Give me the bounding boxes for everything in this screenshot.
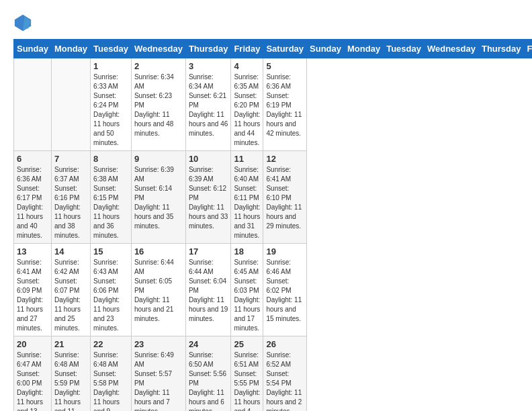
page-header [13,13,519,32]
day-number: 11 [234,154,260,164]
column-header-saturday: Saturday [263,40,307,58]
day-number: 2 [134,61,183,71]
column-header-sunday: Sunday [307,40,345,58]
calendar-cell: 17Sunrise: 6:44 AMSunset: 6:04 PMDayligh… [185,244,231,336]
calendar-cell: 19Sunrise: 6:46 AMSunset: 6:02 PMDayligh… [263,244,307,336]
day-number: 26 [266,339,304,349]
day-number: 18 [234,246,260,257]
day-number: 8 [93,154,128,164]
day-number: 3 [189,61,228,71]
calendar-header-row: SundayMondayTuesdayWednesdayThursdayFrid… [14,40,533,58]
column-header-sunday: Sunday [14,40,52,58]
day-info: Sunrise: 6:41 AMSunset: 6:10 PMDaylight:… [266,165,304,231]
day-number: 20 [17,339,48,349]
calendar-cell: 9Sunrise: 6:39 AMSunset: 6:14 PMDaylight… [131,151,185,244]
day-info: Sunrise: 6:50 AMSunset: 5:56 PMDaylight:… [189,351,228,411]
day-info: Sunrise: 6:34 AMSunset: 6:21 PMDaylight:… [189,73,228,138]
column-header-wednesday: Wednesday [424,40,478,58]
calendar-cell: 1Sunrise: 6:33 AMSunset: 6:24 PMDaylight… [91,58,132,151]
column-header-monday: Monday [51,40,90,58]
day-info: Sunrise: 6:36 AMSunset: 6:17 PMDaylight:… [17,165,48,240]
day-info: Sunrise: 6:48 AMSunset: 5:58 PMDaylight:… [93,351,128,411]
calendar-cell: 22Sunrise: 6:48 AMSunset: 5:58 PMDayligh… [91,336,132,412]
day-number: 9 [134,154,183,164]
column-header-tuesday: Tuesday [384,40,425,58]
calendar-cell: 13Sunrise: 6:41 AMSunset: 6:09 PMDayligh… [14,244,52,336]
day-number: 7 [54,154,87,164]
day-info: Sunrise: 6:35 AMSunset: 6:20 PMDaylight:… [234,73,260,148]
calendar-week-row: 13Sunrise: 6:41 AMSunset: 6:09 PMDayligh… [14,244,533,336]
calendar-cell: 6Sunrise: 6:36 AMSunset: 6:17 PMDaylight… [14,151,52,244]
day-info: Sunrise: 6:37 AMSunset: 6:16 PMDaylight:… [54,165,87,240]
day-info: Sunrise: 6:45 AMSunset: 6:03 PMDaylight:… [234,258,260,333]
day-info: Sunrise: 6:51 AMSunset: 5:55 PMDaylight:… [234,351,260,411]
calendar-cell: 26Sunrise: 6:52 AMSunset: 5:54 PMDayligh… [263,336,307,412]
day-number: 10 [189,154,228,164]
day-info: Sunrise: 6:47 AMSunset: 6:00 PMDaylight:… [17,351,48,411]
calendar-cell: 5Sunrise: 6:36 AMSunset: 6:19 PMDaylight… [263,58,307,151]
day-info: Sunrise: 6:41 AMSunset: 6:09 PMDaylight:… [17,258,48,333]
column-header-wednesday: Wednesday [131,40,185,58]
logo [13,13,34,32]
column-header-friday: Friday [231,40,263,58]
calendar-week-row: 1Sunrise: 6:33 AMSunset: 6:24 PMDaylight… [14,58,533,151]
calendar-table: SundayMondayTuesdayWednesdayThursdayFrid… [13,39,532,411]
calendar-cell: 23Sunrise: 6:49 AMSunset: 5:57 PMDayligh… [131,336,185,412]
day-info: Sunrise: 6:42 AMSunset: 6:07 PMDaylight:… [54,258,87,333]
calendar-cell: 7Sunrise: 6:37 AMSunset: 6:16 PMDaylight… [51,151,90,244]
calendar-cell: 21Sunrise: 6:48 AMSunset: 5:59 PMDayligh… [51,336,90,412]
day-number: 4 [234,61,260,71]
day-number: 15 [93,246,128,257]
day-number: 1 [93,61,128,71]
column-header-friday: Friday [524,40,532,58]
day-info: Sunrise: 6:48 AMSunset: 5:59 PMDaylight:… [54,351,87,411]
calendar-week-row: 20Sunrise: 6:47 AMSunset: 6:00 PMDayligh… [14,336,533,412]
day-info: Sunrise: 6:38 AMSunset: 6:15 PMDaylight:… [93,165,128,240]
day-number: 12 [266,154,304,164]
calendar-cell: 15Sunrise: 6:43 AMSunset: 6:06 PMDayligh… [91,244,132,336]
calendar-cell: 16Sunrise: 6:44 AMSunset: 6:05 PMDayligh… [131,244,185,336]
calendar-cell: 8Sunrise: 6:38 AMSunset: 6:15 PMDaylight… [91,151,132,244]
day-info: Sunrise: 6:43 AMSunset: 6:06 PMDaylight:… [93,258,128,333]
day-number: 22 [93,339,128,349]
column-header-thursday: Thursday [478,40,524,58]
calendar-cell [51,58,90,151]
day-info: Sunrise: 6:39 AMSunset: 6:12 PMDaylight:… [189,165,228,231]
day-number: 23 [134,339,183,349]
day-info: Sunrise: 6:46 AMSunset: 6:02 PMDaylight:… [266,258,304,324]
calendar-cell: 3Sunrise: 6:34 AMSunset: 6:21 PMDaylight… [185,58,231,151]
day-info: Sunrise: 6:36 AMSunset: 6:19 PMDaylight:… [266,73,304,138]
day-number: 13 [17,246,48,257]
column-header-thursday: Thursday [185,40,231,58]
calendar-cell: 20Sunrise: 6:47 AMSunset: 6:00 PMDayligh… [14,336,52,412]
logo-icon [13,13,32,32]
day-info: Sunrise: 6:52 AMSunset: 5:54 PMDaylight:… [266,351,304,411]
day-number: 17 [189,246,228,257]
day-number: 14 [54,246,87,257]
calendar-week-row: 6Sunrise: 6:36 AMSunset: 6:17 PMDaylight… [14,151,533,244]
calendar-cell: 14Sunrise: 6:42 AMSunset: 6:07 PMDayligh… [51,244,90,336]
day-info: Sunrise: 6:33 AMSunset: 6:24 PMDaylight:… [93,73,128,148]
calendar-cell: 24Sunrise: 6:50 AMSunset: 5:56 PMDayligh… [185,336,231,412]
calendar-cell: 18Sunrise: 6:45 AMSunset: 6:03 PMDayligh… [231,244,263,336]
day-info: Sunrise: 6:40 AMSunset: 6:11 PMDaylight:… [234,165,260,240]
day-info: Sunrise: 6:34 AMSunset: 6:23 PMDaylight:… [134,73,183,138]
calendar-cell: 25Sunrise: 6:51 AMSunset: 5:55 PMDayligh… [231,336,263,412]
day-number: 25 [234,339,260,349]
calendar-cell: 2Sunrise: 6:34 AMSunset: 6:23 PMDaylight… [131,58,185,151]
calendar-cell: 11Sunrise: 6:40 AMSunset: 6:11 PMDayligh… [231,151,263,244]
calendar-cell: 4Sunrise: 6:35 AMSunset: 6:20 PMDaylight… [231,58,263,151]
day-info: Sunrise: 6:39 AMSunset: 6:14 PMDaylight:… [134,165,183,231]
column-header-tuesday: Tuesday [91,40,132,58]
day-info: Sunrise: 6:44 AMSunset: 6:04 PMDaylight:… [189,258,228,324]
calendar-cell: 10Sunrise: 6:39 AMSunset: 6:12 PMDayligh… [185,151,231,244]
day-number: 5 [266,61,304,71]
day-info: Sunrise: 6:49 AMSunset: 5:57 PMDaylight:… [134,351,183,411]
calendar-cell: 12Sunrise: 6:41 AMSunset: 6:10 PMDayligh… [263,151,307,244]
day-info: Sunrise: 6:44 AMSunset: 6:05 PMDaylight:… [134,258,183,324]
column-header-monday: Monday [345,40,384,58]
calendar-cell [14,58,52,151]
day-number: 21 [54,339,87,349]
day-number: 16 [134,246,183,257]
day-number: 24 [189,339,228,349]
